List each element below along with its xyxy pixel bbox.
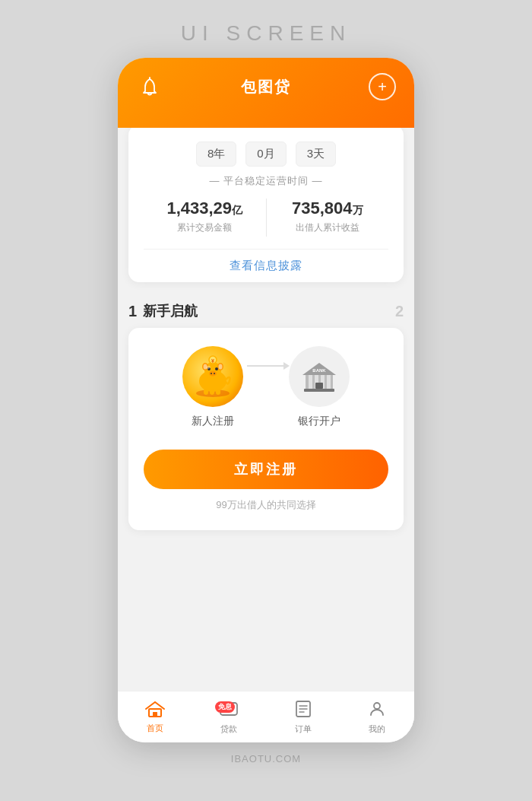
loan-badge: 免息	[215, 701, 235, 713]
info-link[interactable]: 查看信息披露	[230, 259, 302, 272]
stats-transaction: 1,433,29亿 累计交易金额	[144, 199, 266, 234]
svg-rect-30	[153, 712, 157, 717]
svg-rect-26	[304, 389, 334, 392]
income-desc: 出借人累计收益	[267, 221, 389, 234]
add-button[interactable]: +	[369, 73, 396, 100]
watermark: IBAOTU.COM	[231, 742, 301, 772]
stats-card: 8年 0月 3天 — 平台稳定运营时间 — 1,433,29亿 累计交易金额 7…	[128, 125, 404, 282]
svg-rect-18	[216, 389, 220, 395]
app-title: 包图贷	[241, 77, 291, 97]
svg-point-7	[219, 364, 223, 370]
nav-item-loan[interactable]: 免息 ¥ 贷款	[192, 700, 267, 735]
nav-item-profile[interactable]: 我的	[340, 700, 415, 735]
svg-point-9	[215, 367, 218, 370]
svg-point-10	[209, 371, 217, 377]
time-badge-month: 0月	[245, 141, 286, 167]
svg-point-37	[374, 703, 380, 709]
register-button[interactable]: 立即注册	[144, 450, 388, 489]
ui-screen-label: UI SCREEN	[181, 0, 351, 58]
step-bank: BANK 银行开户	[289, 346, 350, 428]
nav-label-loan: 贷款	[220, 723, 237, 735]
time-badge-year: 8年	[196, 141, 236, 167]
svg-rect-17	[210, 389, 214, 395]
profile-icon	[368, 700, 386, 721]
svg-rect-16	[204, 389, 208, 395]
step-arrow	[243, 365, 289, 388]
nav-item-order[interactable]: 订单	[266, 700, 340, 735]
register-icon: ¥	[182, 346, 243, 407]
transaction-desc: 累计交易金额	[144, 221, 266, 234]
section-left: 1 新手启航	[128, 302, 198, 320]
platform-label: — 平台稳定运营时间 —	[144, 174, 388, 188]
svg-point-11	[211, 373, 212, 374]
bottom-nav: 首页 免息 ¥ 贷款 订单	[118, 691, 414, 742]
time-badges-row: 8年 0月 3天	[144, 141, 388, 167]
nav-label-home: 首页	[147, 723, 163, 734]
svg-point-12	[214, 373, 215, 374]
bank-icon: BANK	[289, 346, 350, 407]
main-content: 8年 0月 3天 — 平台稳定运营时间 — 1,433,29亿 累计交易金额 7…	[118, 114, 414, 742]
transaction-value: 1,433,29亿	[144, 199, 266, 218]
section-num-right: 2	[395, 303, 404, 320]
nav-item-home[interactable]: 首页	[118, 701, 192, 734]
svg-rect-24	[327, 375, 331, 389]
section-title: 新手启航	[143, 302, 198, 320]
order-icon	[294, 700, 312, 721]
subtitle-text: 99万出借人的共同选择	[144, 498, 388, 512]
svg-text:¥: ¥	[211, 358, 214, 364]
stats-income: 735,804万 出借人累计收益	[267, 199, 389, 234]
nav-label-profile: 我的	[369, 723, 385, 735]
step-register: ¥ 新人注册	[182, 346, 243, 428]
step1-label: 新人注册	[192, 415, 234, 428]
svg-rect-21	[309, 375, 312, 389]
section-num-left: 1	[128, 303, 137, 320]
time-badge-day: 3天	[296, 141, 336, 167]
step2-label: 银行开户	[298, 415, 340, 428]
nav-label-order: 订单	[295, 723, 312, 735]
info-link-bar: 查看信息披露	[144, 249, 388, 282]
home-icon	[145, 701, 165, 720]
svg-text:BANK: BANK	[312, 368, 326, 373]
phone-shell: 包图贷 + 8年 0月 3天 — 平台稳定运营时间 — 1,433,29亿 累计…	[118, 58, 414, 742]
section-header: 1 新手启航 2	[118, 291, 414, 328]
income-value: 735,804万	[267, 199, 389, 218]
steps-row: ¥ 新人注册	[144, 346, 388, 428]
stats-row: 1,433,29亿 累计交易金额 735,804万 出借人累计收益	[144, 199, 388, 237]
bell-icon[interactable]	[136, 73, 163, 100]
svg-rect-28	[315, 383, 323, 389]
app-header: 包图贷 +	[118, 58, 414, 128]
onboard-card: ¥ 新人注册	[128, 328, 404, 530]
